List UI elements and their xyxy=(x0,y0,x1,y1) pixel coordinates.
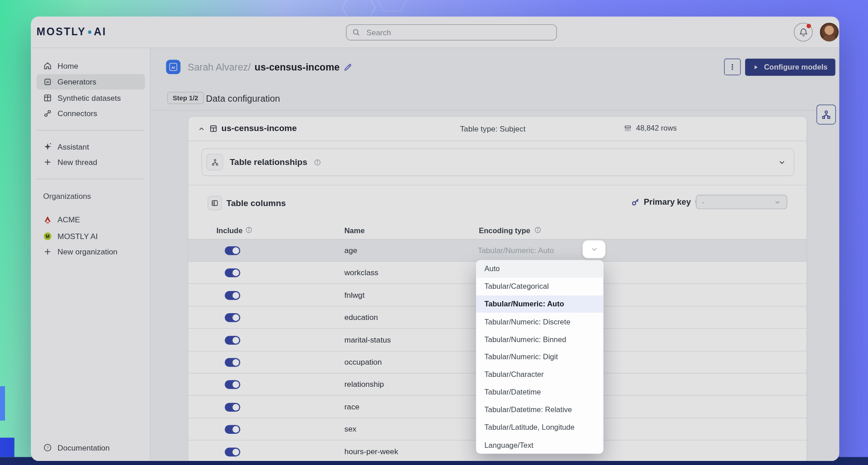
dropdown-option[interactable]: Tabular/Datetime xyxy=(476,383,604,401)
sidebar-item-documentation[interactable]: ? Documentation xyxy=(37,440,145,455)
dropdown-option[interactable]: Tabular/Datetime: Relative xyxy=(476,401,604,418)
include-toggle[interactable] xyxy=(225,380,240,389)
sidebar-item-new-thread[interactable]: New thread xyxy=(37,155,145,170)
table-columns-label: Table columns xyxy=(226,198,286,208)
column-name: race xyxy=(344,402,359,411)
chevron-down-icon[interactable] xyxy=(778,158,786,166)
table-columns-icon xyxy=(208,196,222,210)
home-icon xyxy=(43,61,52,70)
chevron-down-icon xyxy=(590,245,598,253)
generators-icon: AI xyxy=(43,77,52,86)
relationships-icon xyxy=(207,154,223,170)
dropdown-option[interactable]: Tabular/Numeric: Discrete xyxy=(476,313,604,330)
dropdown-option[interactable]: Tabular/Numeric: Binned xyxy=(476,330,604,348)
sidebar-item-label: Connectors xyxy=(57,109,97,118)
sidebar-item-label: Documentation xyxy=(57,443,109,452)
info-icon[interactable] xyxy=(314,159,321,166)
sidebar: Home AI Generators Synthetic datasets Co… xyxy=(31,48,151,461)
column-name: marital-status xyxy=(344,335,391,344)
columns-header-row: Include Name Encoding type xyxy=(188,221,807,240)
include-toggle[interactable] xyxy=(225,448,240,457)
collapse-chevron-up-icon[interactable] xyxy=(195,122,208,136)
column-name: sex xyxy=(344,424,357,433)
info-icon[interactable] xyxy=(534,226,542,234)
include-toggle[interactable] xyxy=(225,358,240,367)
search-icon xyxy=(352,28,360,36)
table-row: age Tabular/Numeric: Auto xyxy=(188,240,807,262)
sidebar-item-org-acme[interactable]: ACME xyxy=(37,212,145,227)
include-toggle[interactable] xyxy=(225,268,240,277)
include-toggle[interactable] xyxy=(225,425,240,434)
notifications-button[interactable] xyxy=(794,23,813,42)
sidebar-item-assistant[interactable]: Assistant xyxy=(37,139,145,154)
sidebar-item-label: Generators xyxy=(57,77,96,86)
dropdown-option[interactable]: Tabular/Character xyxy=(476,366,604,383)
column-name: relationship xyxy=(344,380,384,389)
desktop-background: MOSTLY AI xyxy=(0,0,868,465)
step-title: Data configuration xyxy=(206,94,280,104)
sidebar-item-org-mostly-ai[interactable]: M MOSTLY AI xyxy=(37,229,145,244)
info-icon[interactable] xyxy=(245,226,252,234)
search-bar[interactable] xyxy=(346,24,557,41)
svg-text:M: M xyxy=(46,234,50,239)
generator-ai-icon: AI xyxy=(166,60,180,74)
dropdown-option[interactable]: Auto xyxy=(476,260,604,278)
plus-icon xyxy=(43,158,52,167)
logo-text-right: AI xyxy=(94,26,106,38)
sidebar-item-label: ACME xyxy=(57,215,80,224)
background-accent xyxy=(0,438,14,457)
include-toggle[interactable] xyxy=(225,313,240,322)
dropdown-option[interactable]: Tabular/Numeric: Auto xyxy=(476,295,604,313)
include-toggle[interactable] xyxy=(225,403,240,412)
sidebar-item-connectors[interactable]: Connectors xyxy=(37,106,145,121)
svg-text:?: ? xyxy=(47,446,49,450)
column-name: age xyxy=(344,246,358,255)
include-toggle[interactable] xyxy=(225,336,240,345)
dropdown-option[interactable]: Tabular/Categorical xyxy=(476,277,604,295)
sidebar-divider xyxy=(37,130,145,131)
sidebar-item-label: New thread xyxy=(57,158,97,167)
logo-dot-icon xyxy=(88,30,91,33)
primary-key-label: Primary key xyxy=(644,197,691,207)
relationship-view-button[interactable] xyxy=(816,104,836,124)
connectors-icon xyxy=(43,109,52,118)
include-toggle[interactable] xyxy=(225,291,240,300)
dropdown-option[interactable]: Language/Text xyxy=(476,436,604,454)
table-relationships-panel[interactable]: Table relationships xyxy=(202,148,794,176)
sidebar-item-label: New organization xyxy=(57,247,117,256)
user-avatar[interactable] xyxy=(820,23,839,42)
name-header: Name xyxy=(344,226,365,235)
sidebar-item-label: Home xyxy=(57,61,78,70)
primary-key-value: - xyxy=(702,198,704,206)
column-name: hours-per-week xyxy=(344,447,398,456)
sidebar-item-new-organization[interactable]: New organization xyxy=(37,244,145,259)
edit-icon[interactable] xyxy=(344,62,353,72)
sparkle-icon xyxy=(43,142,52,151)
encoding-type-header: Encoding type xyxy=(479,226,530,235)
include-header: Include xyxy=(217,226,243,235)
acme-logo-icon xyxy=(43,215,52,224)
include-toggle[interactable] xyxy=(225,246,240,255)
top-bar: MOSTLY AI xyxy=(31,17,840,48)
step-badge: Step 1/2 xyxy=(167,92,204,104)
table-icon xyxy=(209,125,217,133)
mostly-ai-logo[interactable]: MOSTLY AI xyxy=(37,17,107,48)
dropdown-option[interactable]: Tabular/Numeric: Digit xyxy=(476,348,604,366)
table-title: us-census-income xyxy=(222,123,297,133)
dropdown-option[interactable]: Tabular/Latitude, Longitude xyxy=(476,418,604,436)
plus-icon xyxy=(43,247,52,256)
sidebar-item-generators[interactable]: AI Generators xyxy=(37,74,145,89)
mostly-ai-org-icon: M xyxy=(43,232,52,241)
play-icon xyxy=(753,64,759,70)
encoding-select-button[interactable] xyxy=(582,240,605,258)
search-input[interactable] xyxy=(365,28,551,38)
sidebar-item-synthetic-datasets[interactable]: Synthetic datasets xyxy=(37,90,145,106)
encoding-value: Tabular/Numeric: Auto xyxy=(478,246,554,255)
sidebar-item-home[interactable]: Home xyxy=(37,58,145,74)
sidebar-item-label: MOSTLY AI xyxy=(57,232,98,241)
primary-key-select[interactable]: - xyxy=(696,195,787,209)
configure-models-button[interactable]: Configure models xyxy=(745,59,835,76)
section-divider xyxy=(188,185,807,185)
more-actions-button[interactable] xyxy=(724,59,741,75)
logo-text-left: MOSTLY xyxy=(37,26,86,38)
